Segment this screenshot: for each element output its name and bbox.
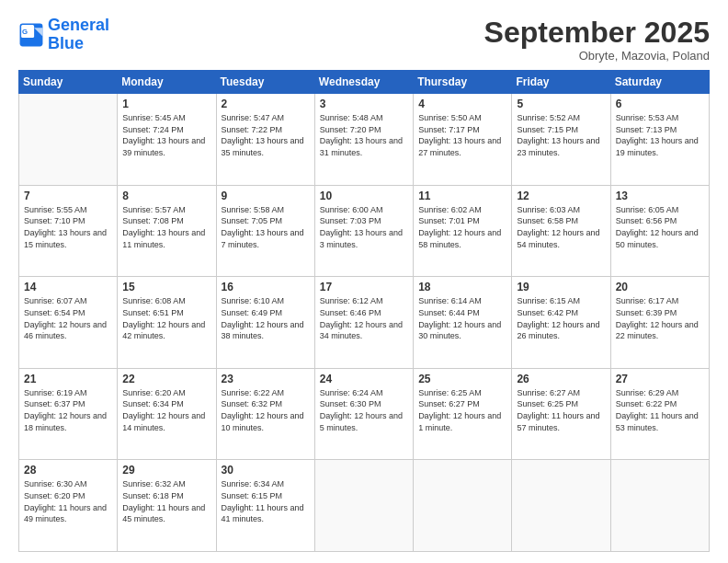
cell-info: Sunrise: 6:25 AMSunset: 6:27 PMDaylight:… xyxy=(418,387,506,433)
day-number: 23 xyxy=(222,373,310,385)
calendar-week-row: 28Sunrise: 6:30 AMSunset: 6:20 PMDayligh… xyxy=(19,460,710,552)
logo: G General Blue xyxy=(18,17,109,53)
calendar-cell: 17Sunrise: 6:12 AMSunset: 6:46 PMDayligh… xyxy=(314,277,413,369)
day-number: 21 xyxy=(24,373,112,385)
cell-info: Sunrise: 6:20 AMSunset: 6:34 PMDaylight:… xyxy=(122,387,210,433)
calendar-header-saturday: Saturday xyxy=(610,71,709,94)
cell-info: Sunrise: 6:32 AMSunset: 6:18 PMDaylight:… xyxy=(122,478,210,524)
calendar-header-thursday: Thursday xyxy=(414,71,512,94)
calendar-cell: 27Sunrise: 6:29 AMSunset: 6:22 PMDayligh… xyxy=(610,368,709,460)
calendar-cell: 21Sunrise: 6:19 AMSunset: 6:37 PMDayligh… xyxy=(19,368,118,460)
cell-info: Sunrise: 5:53 AMSunset: 7:13 PMDaylight:… xyxy=(616,112,704,158)
calendar-cell: 9Sunrise: 5:58 AMSunset: 7:05 PMDaylight… xyxy=(216,185,314,277)
cell-info: Sunrise: 6:14 AMSunset: 6:44 PMDaylight:… xyxy=(418,295,506,341)
day-number: 2 xyxy=(222,98,310,110)
calendar-cell: 16Sunrise: 6:10 AMSunset: 6:49 PMDayligh… xyxy=(216,277,314,369)
calendar-cell: 11Sunrise: 6:02 AMSunset: 7:01 PMDayligh… xyxy=(414,185,512,277)
calendar-cell: 29Sunrise: 6:32 AMSunset: 6:18 PMDayligh… xyxy=(118,460,216,552)
calendar-cell: 15Sunrise: 6:08 AMSunset: 6:51 PMDayligh… xyxy=(118,277,216,369)
day-number: 7 xyxy=(24,190,112,202)
calendar-cell: 10Sunrise: 6:00 AMSunset: 7:03 PMDayligh… xyxy=(314,185,413,277)
calendar-cell: 6Sunrise: 5:53 AMSunset: 7:13 PMDaylight… xyxy=(610,94,709,186)
calendar-header-sunday: Sunday xyxy=(19,71,118,94)
calendar-cell xyxy=(512,460,610,552)
cell-info: Sunrise: 5:57 AMSunset: 7:08 PMDaylight:… xyxy=(122,204,210,250)
cell-info: Sunrise: 6:29 AMSunset: 6:22 PMDaylight:… xyxy=(616,387,704,433)
day-number: 12 xyxy=(517,190,605,202)
calendar-cell: 8Sunrise: 5:57 AMSunset: 7:08 PMDaylight… xyxy=(118,185,216,277)
calendar-header-friday: Friday xyxy=(512,71,610,94)
calendar-cell: 14Sunrise: 6:07 AMSunset: 6:54 PMDayligh… xyxy=(19,277,118,369)
logo-text: General Blue xyxy=(48,17,109,53)
day-number: 24 xyxy=(320,373,408,385)
cell-info: Sunrise: 5:45 AMSunset: 7:24 PMDaylight:… xyxy=(122,112,210,158)
day-number: 4 xyxy=(418,98,506,110)
day-number: 6 xyxy=(616,98,704,110)
calendar-cell xyxy=(314,460,413,552)
calendar-cell: 3Sunrise: 5:48 AMSunset: 7:20 PMDaylight… xyxy=(314,94,413,186)
calendar-cell: 26Sunrise: 6:27 AMSunset: 6:25 PMDayligh… xyxy=(512,368,610,460)
logo-icon: G xyxy=(18,22,44,48)
cell-info: Sunrise: 6:19 AMSunset: 6:37 PMDaylight:… xyxy=(24,387,112,433)
calendar-cell xyxy=(414,460,512,552)
calendar-cell: 23Sunrise: 6:22 AMSunset: 6:32 PMDayligh… xyxy=(216,368,314,460)
calendar-week-row: 21Sunrise: 6:19 AMSunset: 6:37 PMDayligh… xyxy=(19,368,710,460)
calendar-cell: 22Sunrise: 6:20 AMSunset: 6:34 PMDayligh… xyxy=(118,368,216,460)
day-number: 18 xyxy=(418,281,506,293)
day-number: 11 xyxy=(418,190,506,202)
calendar-week-row: 14Sunrise: 6:07 AMSunset: 6:54 PMDayligh… xyxy=(19,277,710,369)
header: G General Blue September 2025 Obryte, Ma… xyxy=(18,17,710,63)
day-number: 9 xyxy=(222,190,310,202)
calendar-cell: 30Sunrise: 6:34 AMSunset: 6:15 PMDayligh… xyxy=(216,460,314,552)
day-number: 3 xyxy=(320,98,408,110)
title-block: September 2025 Obryte, Mazovia, Poland xyxy=(484,17,710,63)
calendar-cell: 1Sunrise: 5:45 AMSunset: 7:24 PMDaylight… xyxy=(118,94,216,186)
logo-line2: Blue xyxy=(48,35,109,53)
day-number: 8 xyxy=(122,190,210,202)
day-number: 17 xyxy=(320,281,408,293)
cell-info: Sunrise: 6:24 AMSunset: 6:30 PMDaylight:… xyxy=(320,387,408,433)
day-number: 15 xyxy=(122,281,210,293)
cell-info: Sunrise: 6:00 AMSunset: 7:03 PMDaylight:… xyxy=(320,204,408,250)
month-title: September 2025 xyxy=(484,17,710,49)
calendar-cell: 18Sunrise: 6:14 AMSunset: 6:44 PMDayligh… xyxy=(414,277,512,369)
calendar-cell: 5Sunrise: 5:52 AMSunset: 7:15 PMDaylight… xyxy=(512,94,610,186)
calendar-cell: 24Sunrise: 6:24 AMSunset: 6:30 PMDayligh… xyxy=(314,368,413,460)
calendar-cell: 20Sunrise: 6:17 AMSunset: 6:39 PMDayligh… xyxy=(610,277,709,369)
calendar-header-row: SundayMondayTuesdayWednesdayThursdayFrid… xyxy=(19,71,710,94)
day-number: 16 xyxy=(222,281,310,293)
cell-info: Sunrise: 5:47 AMSunset: 7:22 PMDaylight:… xyxy=(222,112,310,158)
calendar-cell: 12Sunrise: 6:03 AMSunset: 6:58 PMDayligh… xyxy=(512,185,610,277)
day-number: 1 xyxy=(122,98,210,110)
cell-info: Sunrise: 6:15 AMSunset: 6:42 PMDaylight:… xyxy=(517,295,605,341)
calendar-cell xyxy=(610,460,709,552)
cell-info: Sunrise: 5:58 AMSunset: 7:05 PMDaylight:… xyxy=(222,204,310,250)
svg-text:G: G xyxy=(22,28,28,36)
cell-info: Sunrise: 5:55 AMSunset: 7:10 PMDaylight:… xyxy=(24,204,112,250)
cell-info: Sunrise: 6:10 AMSunset: 6:49 PMDaylight:… xyxy=(222,295,310,341)
calendar-table: SundayMondayTuesdayWednesdayThursdayFrid… xyxy=(18,70,710,552)
day-number: 30 xyxy=(222,464,310,477)
calendar-cell: 13Sunrise: 6:05 AMSunset: 6:56 PMDayligh… xyxy=(610,185,709,277)
cell-info: Sunrise: 5:50 AMSunset: 7:17 PMDaylight:… xyxy=(418,112,506,158)
cell-info: Sunrise: 6:17 AMSunset: 6:39 PMDaylight:… xyxy=(616,295,704,341)
calendar-header-wednesday: Wednesday xyxy=(314,71,413,94)
day-number: 19 xyxy=(517,281,605,293)
day-number: 22 xyxy=(122,373,210,385)
day-number: 27 xyxy=(616,373,704,385)
cell-info: Sunrise: 5:52 AMSunset: 7:15 PMDaylight:… xyxy=(517,112,605,158)
cell-info: Sunrise: 6:22 AMSunset: 6:32 PMDaylight:… xyxy=(222,387,310,433)
cell-info: Sunrise: 5:48 AMSunset: 7:20 PMDaylight:… xyxy=(320,112,408,158)
calendar-week-row: 7Sunrise: 5:55 AMSunset: 7:10 PMDaylight… xyxy=(19,185,710,277)
location-subtitle: Obryte, Mazovia, Poland xyxy=(484,49,710,63)
calendar-cell: 2Sunrise: 5:47 AMSunset: 7:22 PMDaylight… xyxy=(216,94,314,186)
calendar-week-row: 1Sunrise: 5:45 AMSunset: 7:24 PMDaylight… xyxy=(19,94,710,186)
page: G General Blue September 2025 Obryte, Ma… xyxy=(0,0,728,563)
day-number: 5 xyxy=(517,98,605,110)
day-number: 26 xyxy=(517,373,605,385)
calendar-cell: 7Sunrise: 5:55 AMSunset: 7:10 PMDaylight… xyxy=(19,185,118,277)
day-number: 13 xyxy=(616,190,704,202)
cell-info: Sunrise: 6:08 AMSunset: 6:51 PMDaylight:… xyxy=(122,295,210,341)
day-number: 28 xyxy=(24,464,112,477)
cell-info: Sunrise: 6:27 AMSunset: 6:25 PMDaylight:… xyxy=(517,387,605,433)
